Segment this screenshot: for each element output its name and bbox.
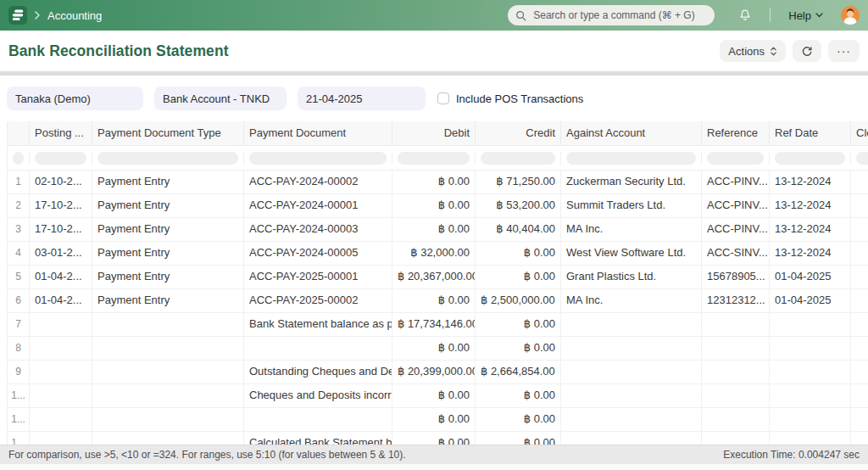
column-filter-reference[interactable] (707, 152, 764, 165)
cell-payment_document_type[interactable]: Payment Entry (92, 289, 244, 312)
report-date-filter[interactable] (298, 87, 426, 110)
cell-clearance_date[interactable] (851, 313, 868, 336)
column-header-debit[interactable]: Debit (392, 121, 476, 145)
column-filter-idx[interactable] (13, 152, 24, 165)
cell-debit[interactable]: ฿ 0.00 (392, 218, 476, 241)
cell-reference[interactable] (702, 384, 770, 407)
avatar[interactable] (841, 6, 860, 25)
cell-payment_document_type[interactable] (92, 313, 244, 336)
cell-payment_document_type[interactable] (92, 384, 244, 407)
cell-credit[interactable]: ฿ 0.00 (476, 313, 561, 336)
navbar-search[interactable] (508, 5, 715, 25)
cell-posting_date[interactable]: 17-10-2... (30, 194, 92, 217)
column-filter-against_account[interactable] (566, 152, 696, 165)
cell-ref_date[interactable]: 13-12-2024 (770, 218, 851, 241)
cell-debit[interactable]: ฿ 17,734,146.00 (392, 313, 476, 336)
cell-posting_date[interactable]: 01-04-2... (30, 266, 92, 288)
cell-reference[interactable]: 12312312... (702, 289, 770, 312)
cell-posting_date[interactable]: 02-10-2... (30, 171, 92, 193)
column-filter-debit[interactable] (398, 152, 470, 165)
cell-clearance_date[interactable] (851, 337, 868, 360)
column-filter-payment_document_type[interactable] (97, 152, 238, 165)
cell-against_account[interactable]: MA Inc. (561, 289, 702, 312)
cell-clearance_date[interactable] (851, 266, 868, 288)
cell-credit[interactable]: ฿ 0.00 (476, 408, 561, 431)
cell-credit[interactable]: ฿ 0.00 (476, 266, 561, 288)
cell-reference[interactable] (702, 361, 770, 383)
cell-payment_document_type[interactable] (92, 361, 244, 383)
cell-payment_document[interactable]: Cheques and Deposits incorr... (244, 384, 392, 407)
cell-clearance_date[interactable] (851, 289, 868, 312)
cell-clearance_date[interactable] (851, 218, 868, 241)
cell-debit[interactable]: ฿ 20,367,000.00 (392, 266, 476, 288)
cell-payment_document_type[interactable]: Payment Entry (92, 266, 244, 288)
cell-against_account[interactable]: Summit Traders Ltd. (561, 194, 702, 217)
cell-against_account[interactable] (561, 361, 702, 383)
cell-posting_date[interactable] (30, 408, 92, 431)
cell-debit[interactable]: ฿ 0.00 (392, 337, 476, 360)
cell-ref_date[interactable]: 13-12-2024 (770, 242, 851, 265)
cell-payment_document[interactable]: ACC-PAY-2025-00001 (244, 266, 392, 288)
column-header-clearance_date[interactable]: Cle (851, 121, 868, 145)
cell-payment_document_type[interactable]: Payment Entry (92, 218, 244, 241)
cell-debit[interactable]: ฿ 20,399,000.00 (392, 361, 476, 383)
cell-ref_date[interactable] (770, 313, 851, 336)
cell-debit[interactable]: ฿ 0.00 (392, 194, 476, 217)
cell-credit[interactable]: ฿ 2,664,854.00 (476, 361, 561, 383)
column-filter-posting_date[interactable] (35, 152, 86, 165)
cell-ref_date[interactable]: 01-04-2025 (770, 266, 851, 288)
cell-debit[interactable]: ฿ 0.00 (392, 384, 476, 407)
column-filter-clearance_date[interactable] (856, 152, 868, 165)
cell-credit[interactable]: ฿ 40,404.00 (476, 218, 561, 241)
cell-reference[interactable] (702, 313, 770, 336)
cell-against_account[interactable]: Grant Plastics Ltd. (561, 266, 702, 288)
column-header-payment_document[interactable]: Payment Document (244, 121, 392, 145)
cell-payment_document[interactable]: ACC-PAY-2025-00002 (244, 289, 392, 312)
cell-clearance_date[interactable] (851, 384, 868, 407)
cell-payment_document_type[interactable] (92, 337, 244, 360)
cell-against_account[interactable] (561, 337, 702, 360)
cell-reference[interactable] (702, 337, 770, 360)
column-filter-payment_document[interactable] (249, 152, 387, 165)
cell-posting_date[interactable] (30, 313, 92, 336)
cell-payment_document[interactable]: ACC-PAY-2024-00005 (244, 242, 392, 265)
cell-payment_document[interactable]: ACC-PAY-2024-00003 (244, 218, 392, 241)
cell-posting_date[interactable] (30, 337, 92, 360)
cell-against_account[interactable]: Zuckerman Security Ltd. (561, 171, 702, 193)
cell-payment_document[interactable]: Bank Statement balance as p... (244, 313, 392, 336)
cell-posting_date[interactable]: 17-10-2... (30, 218, 92, 241)
checkbox-icon[interactable] (437, 92, 449, 104)
cell-against_account[interactable] (561, 408, 702, 431)
cell-debit[interactable]: ฿ 32,000.00 (392, 242, 476, 265)
include-pos-checkbox[interactable]: Include POS Transactions (437, 92, 583, 105)
cell-against_account[interactable]: West View Software Ltd. (561, 242, 702, 265)
actions-button[interactable]: Actions (720, 40, 786, 62)
cell-payment_document[interactable]: Outstanding Cheques and De... (244, 361, 392, 383)
cell-payment_document_type[interactable]: Payment Entry (92, 194, 244, 217)
cell-clearance_date[interactable] (851, 408, 868, 431)
cell-posting_date[interactable] (30, 384, 92, 407)
cell-ref_date[interactable] (770, 408, 851, 431)
cell-ref_date[interactable]: 13-12-2024 (770, 171, 851, 193)
cell-posting_date[interactable] (30, 361, 92, 383)
cell-debit[interactable]: ฿ 0.00 (392, 171, 476, 193)
column-header-reference[interactable]: Reference (702, 121, 770, 145)
cell-posting_date[interactable]: 01-04-2... (30, 289, 92, 312)
cell-credit[interactable]: ฿ 0.00 (476, 384, 561, 407)
cell-against_account[interactable] (561, 384, 702, 407)
breadcrumb[interactable]: Accounting (47, 9, 102, 22)
column-header-payment_document_type[interactable]: Payment Document Type (92, 121, 244, 145)
cell-payment_document[interactable] (244, 408, 392, 431)
company-filter[interactable] (7, 87, 143, 110)
cell-credit[interactable]: ฿ 2,500,000.00 (476, 289, 561, 312)
cell-payment_document_type[interactable] (92, 408, 244, 431)
cell-payment_document[interactable] (244, 337, 392, 360)
cell-reference[interactable]: ACC-PINV... (702, 218, 770, 241)
cell-ref_date[interactable] (770, 384, 851, 407)
search-input[interactable] (531, 8, 707, 22)
bank-account-filter[interactable] (154, 87, 287, 110)
cell-credit[interactable]: ฿ 0.00 (476, 242, 561, 265)
cell-credit[interactable]: ฿ 53,200.00 (476, 194, 561, 217)
cell-payment_document_type[interactable]: Payment Entry (92, 171, 244, 193)
app-logo[interactable] (8, 6, 27, 25)
